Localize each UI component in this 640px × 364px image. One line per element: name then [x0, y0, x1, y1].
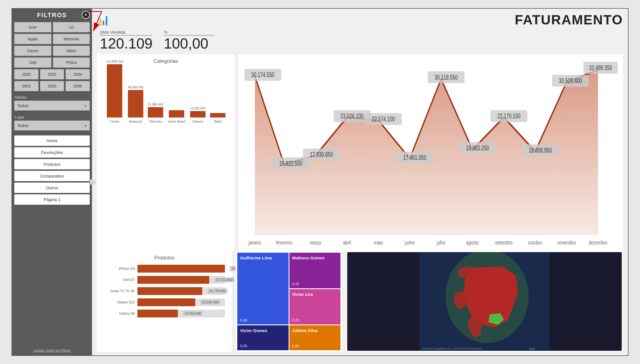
main-header: 📊 FATURAMENTO	[97, 12, 623, 27]
filter-2003[interactable]: 2003	[40, 81, 64, 91]
treemap-guilherme-value: 0,28	[240, 318, 247, 322]
filter-nikon[interactable]: Nikon	[53, 46, 90, 56]
nav-devolucoes[interactable]: Devoluções	[14, 147, 90, 158]
bar-tablet-label: Tablet	[214, 120, 222, 123]
nav-produtos[interactable]: Produtos	[14, 159, 90, 169]
hbar-smarttv-label: Smart TV 75' 4K	[104, 289, 135, 293]
bar-smartwatch-fill	[169, 110, 184, 118]
svg-text:17.930.650: 17.930.650	[310, 151, 333, 158]
bar-televisao: 21.886.400 Televisão	[148, 103, 163, 123]
hbar-dellg7-label: Dell G7	[104, 278, 135, 282]
main-content: 📊 FATURAMENTO Qtde Vendida 120.109 % 100…	[92, 9, 628, 355]
line-chart-svg: 30.174.550 16.822.550 17.930.650 23.026.…	[242, 58, 619, 247]
filter-2001[interactable]: 2001	[14, 81, 38, 91]
svg-text:julho: julho	[436, 239, 445, 246]
hbar-smarttv-value: 24.778.000	[207, 289, 227, 294]
treemap-juliana-value: 0,26	[292, 344, 299, 348]
sidebar-scroll-right[interactable]: ›	[90, 179, 96, 185]
bar-notebook-label-top: 58.349.700	[128, 86, 143, 89]
filter-2000[interactable]: 2000	[14, 69, 38, 79]
treemap-juliana-name: Juliana Silva	[292, 328, 318, 333]
filter-2005[interactable]: 2005	[66, 81, 90, 91]
bar-tablet: Tablet	[210, 112, 225, 123]
svg-text:18.808.950: 18.808.950	[529, 147, 552, 154]
hbar-iphone-fill: 33.351.500	[137, 265, 225, 273]
filter-apple[interactable]: Apple	[14, 34, 51, 44]
filter-motorola[interactable]: Motorola	[53, 34, 90, 44]
filter-2002[interactable]: 2002	[40, 69, 64, 79]
hbar-dellg7-track: 27.373.500	[137, 276, 225, 284]
treemap-juliana: Juliana Silva 0,26	[289, 325, 341, 350]
clear-filters-button[interactable]: Limpar todos os Filtros	[14, 345, 90, 353]
svg-text:maio: maio	[374, 239, 383, 246]
qtde-metric: Qtde Vendida 120.109	[100, 30, 153, 52]
nav-outros[interactable]: Outros	[14, 183, 90, 193]
hbar-iphone-track: 33.351.500	[137, 265, 225, 273]
produtos-hbar-chart: iPhone XS 33.351.500 Dell G7 27.373.500	[101, 264, 228, 319]
treemap-guilherme: Guilherme Lima 0,28	[237, 253, 289, 324]
svg-text:outubro: outubro	[528, 239, 542, 246]
filter-acer[interactable]: Acer	[14, 22, 51, 32]
bar-notebook-fill	[128, 90, 143, 118]
filter-2004[interactable]: 2004	[66, 69, 90, 79]
qtde-value: 120.109	[100, 36, 153, 52]
treemap-victorlira-value: 0,23	[292, 318, 299, 322]
hbar-galaxys10: Galaxy S10 22.045.500	[104, 298, 225, 306]
svg-text:30.528.400: 30.528.400	[559, 77, 582, 84]
svg-text:novembro: novembro	[557, 239, 576, 246]
hbar-galaxys10-value: 22.045.500	[200, 300, 220, 305]
lojas-select[interactable]: Todos Loja A	[14, 121, 90, 130]
svg-text:fevereiro: fevereiro	[276, 239, 292, 246]
filter-canon[interactable]: Canon	[14, 46, 51, 56]
hbar-galaxys8-value: 15.453.000	[183, 311, 203, 316]
svg-text:30.118.550: 30.118.550	[435, 74, 458, 81]
hbar-smarttv-fill: 24.778.000	[137, 287, 202, 295]
bar-televisao-fill	[148, 107, 163, 118]
map-card: EarthStar Geographics SIO, © 2024 Micros…	[346, 251, 623, 352]
hbar-galaxys10-fill: 22.045.500	[137, 298, 195, 306]
meses-label: Meses	[15, 95, 90, 100]
treemap-victorgomes-name: Victor Gomes	[240, 328, 267, 333]
filter-philco[interactable]: Philco	[53, 57, 90, 68]
bar-camera-fill	[190, 111, 206, 118]
sidebar-title: FILTROS	[14, 11, 90, 19]
filter-lg[interactable]: LG	[53, 22, 90, 32]
top-charts-row: Categorias 112.809.100 Celular 58.349.70…	[97, 54, 623, 251]
svg-text:Terms: Terms	[529, 347, 535, 350]
meses-select[interactable]: Todos Janeiro Fevereiro	[14, 101, 90, 110]
bar-celular-label: Celular	[110, 120, 119, 123]
treemap-matheus: Matheus Gomes 0,25	[289, 253, 341, 288]
hbar-galaxys10-track: 22.045.500	[137, 298, 225, 306]
nav-comparativo[interactable]: Comparativo	[14, 171, 90, 181]
hbar-galaxys8: Galaxy S8 15.453.000	[104, 310, 225, 317]
brand-filter-grid: Acer LG Apple Motorola Canon Nikon Dell …	[14, 22, 90, 68]
filter-dell[interactable]: Dell	[14, 57, 51, 68]
hbar-smarttv-track: 24.778.000	[137, 287, 225, 295]
close-button[interactable]: ×	[82, 11, 90, 19]
pct-metric: % 100,00	[164, 30, 214, 52]
treemap-guilherme-name: Guilherme Lima	[240, 255, 272, 260]
svg-text:dezembro: dezembro	[589, 239, 607, 246]
produtos-chart: Produtos iPhone XS 33.351.500 Dell G7	[97, 251, 232, 352]
svg-text:abril: abril	[343, 239, 351, 246]
hbar-galaxys8-label: Galaxy S8	[104, 312, 135, 315]
page-title: FATURAMENTO	[515, 12, 623, 27]
hbar-galaxys8-track: 15.453.000	[137, 310, 225, 317]
bar-celular-fill	[107, 64, 122, 118]
hbar-galaxys10-label: Galaxy S10	[104, 300, 135, 304]
pct-label: %	[164, 30, 214, 36]
categorias-chart: Categorias 112.809.100 Celular 58.349.70…	[97, 54, 234, 251]
bar-smartwatch: Smart Watch	[168, 109, 185, 123]
bar-televisao-label: Televisão	[149, 120, 162, 123]
bar-celular-label-top: 112.809.100	[106, 60, 123, 63]
nav-section: Home Devoluções Produtos Comparativo Out…	[14, 135, 90, 205]
nav-pagina1[interactable]: Página 1	[14, 194, 90, 205]
bar-celular: 112.809.100 Celular	[106, 60, 123, 123]
svg-text:16.822.550: 16.822.550	[279, 160, 302, 167]
treemap-chart: Guilherme Lima 0,28 Matheus Gomes 0,25 V…	[236, 251, 342, 352]
nav-home[interactable]: Home	[14, 135, 90, 146]
bottom-row: Produtos iPhone XS 33.351.500 Dell G7	[97, 251, 623, 352]
lojas-select-wrapper: Todos Loja A ∨	[14, 121, 90, 130]
faturamento-icon: 📊	[97, 14, 110, 26]
pct-value: 100,00	[164, 36, 214, 52]
